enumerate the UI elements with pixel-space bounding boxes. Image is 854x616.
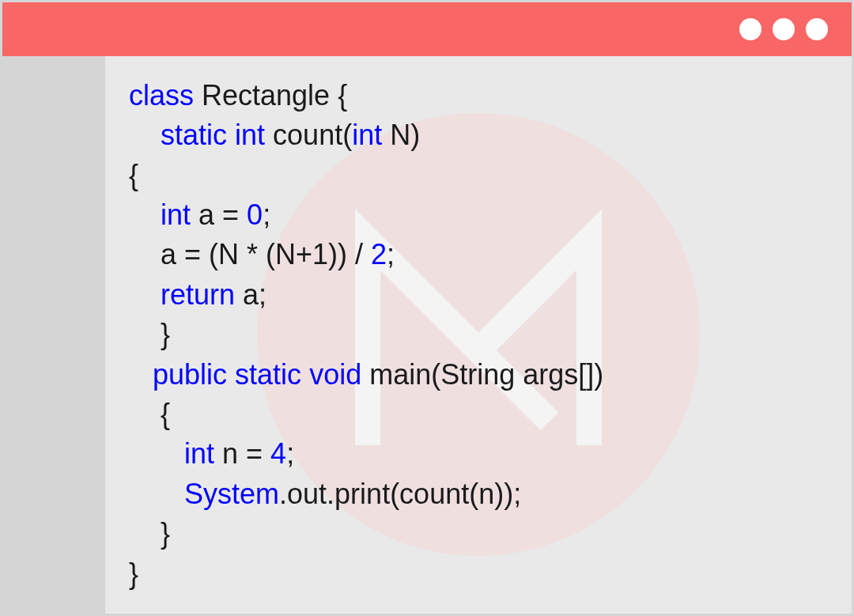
code-line: class Rectangle { — [129, 76, 828, 115]
window-control-close[interactable] — [806, 18, 828, 40]
code-line: } — [129, 315, 828, 354]
code-line: int a = 0; — [129, 195, 828, 235]
editor-body: class Rectangle { static int count(int N… — [2, 56, 852, 614]
code-line: return a; — [129, 275, 828, 315]
titlebar — [2, 2, 852, 56]
window-control-max[interactable] — [773, 18, 795, 40]
code-line: { — [129, 395, 828, 434]
code-line: int n = 4; — [129, 434, 828, 474]
code-line: } — [129, 554, 828, 594]
line-gutter — [2, 56, 105, 614]
code-line: { — [129, 156, 828, 195]
code-line: a = (N * (N+1)) / 2; — [129, 235, 828, 274]
code-line: System.out.print(count(n)); — [129, 474, 828, 514]
code-area: class Rectangle { static int count(int N… — [105, 56, 852, 614]
code-line: static int count(int N) — [129, 115, 828, 155]
code-line: public static void main(String args[]) — [129, 355, 828, 395]
code-line: } — [129, 514, 828, 554]
window-control-min[interactable] — [739, 18, 761, 40]
code-window: class Rectangle { static int count(int N… — [0, 0, 854, 616]
code-content: class Rectangle { static int count(int N… — [129, 76, 828, 594]
